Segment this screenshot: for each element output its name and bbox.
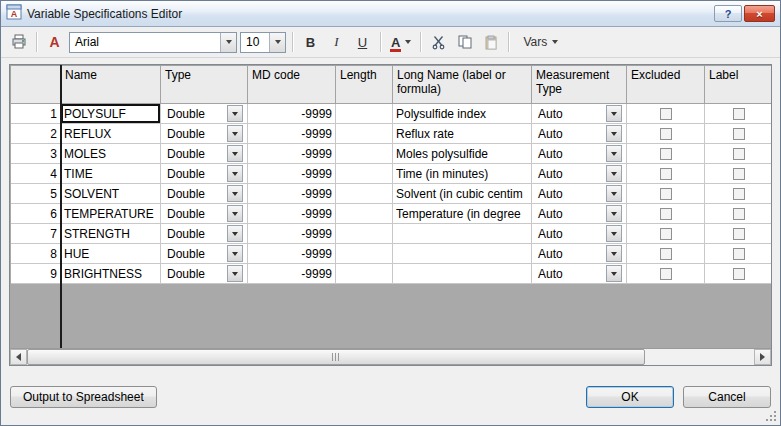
name-cell[interactable]: TIME (61, 164, 161, 184)
md-code-cell[interactable]: -9999 (248, 204, 336, 224)
font-name-select[interactable]: Arial (69, 32, 237, 53)
cancel-button[interactable]: Cancel (683, 386, 771, 408)
length-cell[interactable] (336, 204, 393, 224)
name-cell[interactable]: MOLES (61, 144, 161, 164)
col-header-length[interactable]: Length (336, 66, 393, 104)
chevron-down-icon[interactable] (606, 265, 622, 282)
help-button[interactable]: ? (714, 5, 742, 22)
long-name-cell[interactable]: Solvent (in cubic centim (393, 184, 532, 204)
row-number[interactable]: 1 (11, 104, 61, 124)
excluded-checkbox[interactable] (660, 248, 672, 260)
scroll-left-arrow-icon[interactable] (10, 349, 27, 365)
length-cell[interactable] (336, 124, 393, 144)
label-checkbox[interactable] (733, 128, 745, 140)
md-code-cell[interactable]: -9999 (248, 164, 336, 184)
chevron-down-icon[interactable] (606, 145, 622, 162)
md-code-cell[interactable]: -9999 (248, 144, 336, 164)
close-button[interactable]: × (744, 5, 775, 22)
chevron-down-icon[interactable] (227, 105, 243, 122)
length-cell[interactable] (336, 224, 393, 244)
md-code-cell[interactable]: -9999 (248, 224, 336, 244)
excluded-checkbox[interactable] (660, 208, 672, 220)
font-size-select[interactable]: 10 (240, 32, 286, 53)
row-number[interactable]: 7 (11, 224, 61, 244)
measurement-type-dropdown[interactable]: Auto (535, 124, 623, 143)
row-number[interactable]: 6 (11, 204, 61, 224)
chevron-down-icon[interactable] (606, 225, 622, 242)
name-cell[interactable]: REFLUX (61, 124, 161, 144)
col-header-long-name[interactable]: Long Name (label or formula) (393, 66, 532, 104)
name-cell[interactable]: SOLVENT (61, 184, 161, 204)
length-cell[interactable] (336, 184, 393, 204)
length-cell[interactable] (336, 144, 393, 164)
chevron-down-icon[interactable] (405, 40, 411, 44)
excluded-checkbox[interactable] (660, 228, 672, 240)
name-cell[interactable]: POLYSULF (61, 104, 161, 124)
italic-button[interactable]: I (325, 31, 348, 53)
measurement-type-dropdown[interactable]: Auto (535, 224, 623, 243)
excluded-checkbox[interactable] (660, 108, 672, 120)
type-dropdown[interactable]: Double (164, 244, 244, 263)
type-dropdown[interactable]: Double (164, 184, 244, 203)
chevron-down-icon[interactable] (606, 245, 622, 262)
row-number[interactable]: 8 (11, 244, 61, 264)
label-checkbox[interactable] (733, 188, 745, 200)
cut-button[interactable] (427, 31, 450, 53)
row-number[interactable]: 5 (11, 184, 61, 204)
name-cell[interactable]: BRIGHTNESS (61, 264, 161, 284)
chevron-down-icon[interactable] (227, 145, 243, 162)
excluded-checkbox[interactable] (660, 148, 672, 160)
chevron-down-icon[interactable] (227, 185, 243, 202)
chevron-down-icon[interactable] (606, 205, 622, 222)
print-button[interactable] (7, 31, 30, 53)
chevron-down-icon[interactable] (606, 125, 622, 142)
output-to-spreadsheet-button[interactable]: Output to Spreadsheet (10, 386, 157, 408)
chevron-down-icon[interactable] (606, 105, 622, 122)
underline-button[interactable]: U (351, 31, 374, 53)
chevron-down-icon[interactable] (227, 245, 243, 262)
long-name-cell[interactable]: Moles polysulfide (393, 144, 532, 164)
bold-button[interactable]: B (299, 31, 322, 53)
measurement-type-dropdown[interactable]: Auto (535, 144, 623, 163)
chevron-down-icon[interactable] (227, 205, 243, 222)
label-checkbox[interactable] (733, 248, 745, 260)
resize-grip[interactable] (764, 409, 777, 422)
chevron-down-icon[interactable] (227, 125, 243, 142)
excluded-checkbox[interactable] (660, 188, 672, 200)
md-code-cell[interactable]: -9999 (248, 184, 336, 204)
name-cell[interactable]: TEMPERATURE (61, 204, 161, 224)
excluded-checkbox[interactable] (660, 268, 672, 280)
grid-corner-cell[interactable] (11, 66, 61, 104)
row-number[interactable]: 2 (11, 124, 61, 144)
vars-menu-button[interactable]: Vars (515, 31, 566, 53)
col-header-label[interactable]: Label (705, 66, 772, 104)
row-number[interactable]: 3 (11, 144, 61, 164)
measurement-type-dropdown[interactable]: Auto (535, 264, 623, 283)
excluded-checkbox[interactable] (660, 168, 672, 180)
col-header-name[interactable]: Name (61, 66, 161, 104)
chevron-down-icon[interactable] (227, 225, 243, 242)
type-dropdown[interactable]: Double (164, 164, 244, 183)
long-name-cell[interactable]: Temperature (in degree (393, 204, 532, 224)
type-dropdown[interactable]: Double (164, 264, 244, 283)
scroll-right-arrow-icon[interactable] (754, 349, 771, 365)
measurement-type-dropdown[interactable]: Auto (535, 104, 623, 123)
md-code-cell[interactable]: -9999 (248, 104, 336, 124)
long-name-cell[interactable]: Time (in minutes) (393, 164, 532, 184)
horizontal-scrollbar[interactable] (10, 348, 771, 365)
scrollbar-thumb[interactable] (27, 349, 645, 365)
long-name-cell[interactable]: Polysulfide index (393, 104, 532, 124)
label-checkbox[interactable] (733, 208, 745, 220)
length-cell[interactable] (336, 104, 393, 124)
col-header-type[interactable]: Type (161, 66, 248, 104)
name-cell[interactable]: HUE (61, 244, 161, 264)
md-code-cell[interactable]: -9999 (248, 124, 336, 144)
chevron-down-icon[interactable] (606, 185, 622, 202)
type-dropdown[interactable]: Double (164, 204, 244, 223)
md-code-cell[interactable]: -9999 (248, 244, 336, 264)
paste-button[interactable] (479, 31, 502, 53)
long-name-cell[interactable] (393, 224, 532, 244)
long-name-cell[interactable] (393, 264, 532, 284)
measurement-type-dropdown[interactable]: Auto (535, 204, 623, 223)
type-dropdown[interactable]: Double (164, 124, 244, 143)
